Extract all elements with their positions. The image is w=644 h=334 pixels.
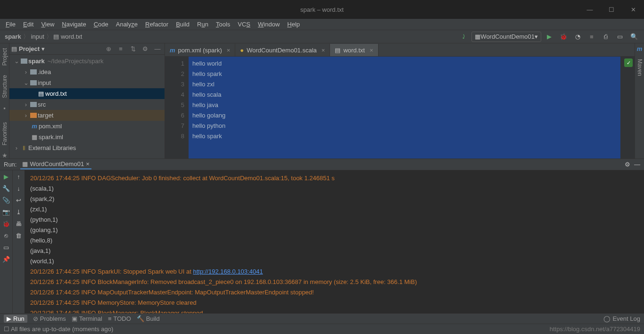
menu-view[interactable]: View <box>37 20 58 29</box>
strip-maven[interactable]: Maven <box>636 56 643 79</box>
menu-build[interactable]: Build <box>172 20 193 29</box>
run-config-selector[interactable]: ▦ WordCountDemo01 ▾ <box>471 32 541 42</box>
editor-right-gutter: ✓ <box>620 57 635 159</box>
tool-todo[interactable]: ≡ TODO <box>108 315 131 322</box>
run-button[interactable]: ▶ <box>543 32 555 42</box>
pin-icon[interactable]: 📌 <box>2 256 10 263</box>
maximize-button[interactable]: ☐ <box>601 0 622 19</box>
run-hide-icon[interactable]: — <box>634 161 640 168</box>
panel-title: Project <box>19 45 40 52</box>
expand-icon[interactable]: ≡ <box>116 45 126 52</box>
tree-root: spark <box>28 58 45 65</box>
crumb-project[interactable]: spark <box>4 33 22 40</box>
code-area[interactable]: hello world hello spark hello zxl hello … <box>189 57 620 159</box>
bottom-toolstrip: ▶ Run ⊘ Problems ▣ Terminal ≡ TODO 🔨 Bui… <box>0 313 644 324</box>
rerun-icon[interactable]: ▶ <box>4 173 8 180</box>
build-icon[interactable]: ⤸ <box>457 32 470 42</box>
tree-input: input <box>38 79 51 86</box>
strip-project[interactable]: Project <box>1 45 8 68</box>
bug-icon[interactable]: 🐞 <box>2 220 10 227</box>
scroll-icon[interactable]: ⤓ <box>16 209 21 216</box>
maven-icon[interactable]: m <box>637 45 643 52</box>
vcs-icon[interactable]: ⎙ <box>600 32 612 42</box>
debug-button[interactable]: 🐞 <box>557 32 570 42</box>
tree-pom: pom.xml <box>39 123 62 130</box>
wrench-icon[interactable]: 🔧 <box>2 185 10 192</box>
stop-button[interactable]: ■ <box>586 32 598 42</box>
tool-build[interactable]: 🔨 Build <box>137 315 160 322</box>
titlebar: spark – word.txt — ☐ ✕ <box>0 0 644 19</box>
project-tree[interactable]: ⌄spark~/IdeaProjects/spark ›.idea ⌄input… <box>9 55 165 159</box>
trash-icon[interactable]: 🗑 <box>16 232 22 239</box>
wrap-icon[interactable]: ↩ <box>16 197 21 204</box>
layout-icon[interactable]: ▭ <box>3 244 9 251</box>
tree-src: src <box>38 101 46 108</box>
tree-ext: External Libraries <box>28 144 76 151</box>
strip-favorites[interactable]: Favorites <box>1 119 8 148</box>
close-icon[interactable]: × <box>370 47 373 54</box>
tab-wordtxt[interactable]: ▤word.txt× <box>330 44 378 56</box>
exit-icon[interactable]: ⎋ <box>4 232 8 239</box>
menu-file[interactable]: File <box>2 20 19 29</box>
editor-tabs: mpom.xml (spark)× ●WordCountDemo01.scala… <box>165 43 635 57</box>
down-icon[interactable]: ↓ <box>17 185 20 192</box>
tool-terminal[interactable]: ▣ Terminal <box>72 315 102 322</box>
status-indicator: ☐ <box>4 326 9 333</box>
tab-scala[interactable]: ●WordCountDemo01.scala× <box>235 44 330 56</box>
editor[interactable]: 12345678 hello world hello spark hello z… <box>165 57 635 159</box>
menubar: File Edit View Navigate Code Analyze Ref… <box>0 19 644 30</box>
run-tab[interactable]: ▦WordCountDemo01× <box>20 159 91 169</box>
close-button[interactable]: ✕ <box>622 0 644 19</box>
menu-run[interactable]: Run <box>193 20 212 29</box>
tool-eventlog[interactable]: ◯ Event Log <box>603 315 640 322</box>
hide-icon[interactable]: — <box>152 45 163 52</box>
layout-icon[interactable]: ▭ <box>614 32 626 42</box>
coverage-button[interactable]: ◔ <box>571 32 584 42</box>
collapse-icon[interactable]: ⇅ <box>128 45 138 52</box>
menu-window[interactable]: Window <box>254 20 283 29</box>
console[interactable]: 20/12/26 17:44:25 INFO DAGScheduler: Job… <box>25 170 644 313</box>
run-settings-icon[interactable]: ⚙ <box>625 161 630 168</box>
menu-tools[interactable]: Tools <box>212 20 234 29</box>
strip-structure[interactable]: Structure <box>1 72 8 101</box>
tree-iml: spark.iml <box>39 134 63 141</box>
check-icon[interactable]: ✓ <box>624 58 633 67</box>
minimize-button[interactable]: — <box>579 0 601 19</box>
menu-navigate[interactable]: Navigate <box>58 20 90 29</box>
locate-icon[interactable]: ⊕ <box>103 45 114 52</box>
menu-edit[interactable]: Edit <box>19 20 37 29</box>
tab-pom[interactable]: mpom.xml (spark)× <box>165 44 235 56</box>
run-label: Run: <box>4 161 17 168</box>
menu-vcs[interactable]: VCS <box>234 20 254 29</box>
breadcrumb[interactable]: spark 〉 input 〉 ▤ word.txt <box>4 33 83 41</box>
crumb-file[interactable]: word.txt <box>60 33 83 40</box>
tree-wordtxt: ▤word.txt <box>9 88 165 99</box>
menu-refactor[interactable]: Refactor <box>141 20 172 29</box>
gutter: 12345678 <box>165 57 189 159</box>
left-tool-strip: Project Structure ▪ Favorites ★ <box>0 43 9 159</box>
run-toolbar-left2: ↑ ↓ ↩ ⤓ 🖶 🗑 <box>12 170 25 313</box>
file-icon: ▤ <box>53 33 59 40</box>
tool-run[interactable]: ▶ Run <box>4 315 27 323</box>
run-panel: Run: ▦WordCountDemo01× ⚙ — ▶ 🔧 📎 📷 🐞 ⎋ ▭… <box>0 159 644 313</box>
search-icon[interactable]: 🔍 <box>628 32 640 42</box>
project-panel: ▤ Project ▾ ⊕ ≡ ⇅ ⚙ — ⌄spark~/IdeaProjec… <box>9 43 165 159</box>
print-icon[interactable]: 🖶 <box>16 220 22 227</box>
attach-icon[interactable]: 📎 <box>2 197 10 204</box>
menu-analyze[interactable]: Analyze <box>112 20 141 29</box>
menu-help[interactable]: Help <box>283 20 304 29</box>
close-icon[interactable]: × <box>322 47 325 54</box>
tree-target: ›target <box>9 110 165 121</box>
statusbar: ☐ All files are up-to-date (moments ago)… <box>0 324 644 334</box>
settings-icon[interactable]: ⚙ <box>140 45 150 52</box>
tree-idea: .idea <box>38 68 51 75</box>
menu-code[interactable]: Code <box>90 20 112 29</box>
tool-problems[interactable]: ⊘ Problems <box>33 315 66 322</box>
camera-icon[interactable]: 📷 <box>2 209 10 216</box>
close-icon[interactable]: × <box>86 160 90 167</box>
status-message: All files are up-to-date (moments ago) <box>11 326 113 333</box>
close-icon[interactable]: × <box>227 47 231 54</box>
up-icon[interactable]: ↑ <box>17 173 20 180</box>
watermark: https://blog.csdn.net/a772304419 <box>550 326 640 333</box>
crumb-folder[interactable]: input <box>30 33 45 40</box>
